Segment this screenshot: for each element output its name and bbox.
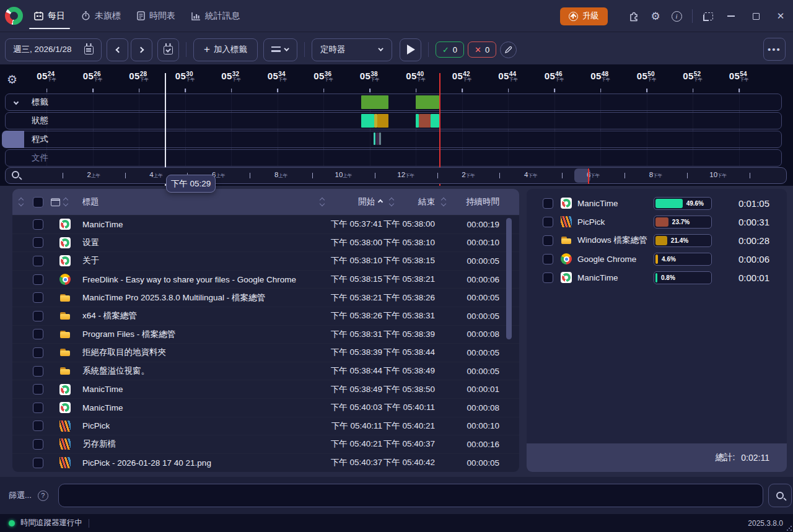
about-button[interactable]: i xyxy=(666,6,687,27)
row-checkbox[interactable] xyxy=(33,219,43,230)
tab-timesheet[interactable]: 時間表 xyxy=(137,0,175,32)
tab-unflagged[interactable]: 未旗標 xyxy=(81,0,121,32)
success-count-badge[interactable]: ✓ 0 xyxy=(436,41,464,58)
timeline-tick: 05 40下午 xyxy=(406,71,426,82)
activity-block[interactable] xyxy=(419,114,431,128)
activity-block[interactable] xyxy=(361,95,388,109)
sort-chevrons-icon[interactable] xyxy=(63,198,68,206)
timer-dropdown[interactable]: 定時器 xyxy=(312,38,392,61)
table-row[interactable]: 设置 下午 05:38:00 下午 05:38:10 00:00:10 xyxy=(12,233,519,252)
row-checkbox[interactable] xyxy=(33,439,43,450)
date-picker-button[interactable]: 週三, 2026/1/28 xyxy=(5,38,102,61)
tag-list-dropdown[interactable] xyxy=(263,38,297,61)
table-scrollbar[interactable] xyxy=(506,218,512,339)
timeline-lane[interactable]: 狀態 xyxy=(5,112,782,129)
row-checkbox[interactable] xyxy=(33,458,43,468)
tab-daily[interactable]: 每日 xyxy=(34,0,65,32)
filter-input[interactable] xyxy=(58,484,763,507)
row-checkbox[interactable] xyxy=(33,329,43,339)
summary-row[interactable]: ManicTime 49.6% 0:01:05 xyxy=(527,194,787,212)
filter-bar: 篩選... ? xyxy=(0,477,793,514)
table-row[interactable]: FreeDlink - Easy way to share your files… xyxy=(12,270,519,289)
screenshot-button[interactable] xyxy=(698,6,719,27)
plugins-button[interactable] xyxy=(624,6,645,27)
summary-row[interactable]: Windows 檔案總管 21.4% 0:00:28 xyxy=(527,231,787,250)
resize-grip[interactable] xyxy=(787,526,792,531)
sort-chevrons-icon[interactable] xyxy=(320,198,325,206)
row-checkbox[interactable] xyxy=(33,256,43,266)
table-row[interactable]: PicPick 下午 05:40:11 下午 05:40:21 00:00:10 xyxy=(12,417,519,435)
activity-block[interactable] xyxy=(361,114,374,128)
minimize-button[interactable] xyxy=(719,6,743,27)
column-header-duration[interactable]: 持續時間 xyxy=(466,196,499,207)
row-checkbox[interactable] xyxy=(543,198,553,209)
activity-block[interactable] xyxy=(431,114,439,128)
table-row[interactable]: 关于 下午 05:38:10 下午 05:38:15 00:00:05 xyxy=(12,251,519,270)
close-button[interactable]: ✕ xyxy=(768,6,793,27)
column-header-title[interactable]: 標題 xyxy=(82,196,99,207)
add-tag-button[interactable]: + 加入標籤 xyxy=(193,38,258,61)
more-options-button[interactable]: ••• xyxy=(763,38,786,61)
day-overview-bar[interactable]: 2上午4上午6上午8上午10上午12下午2下午4下午6下午8下午10下午 xyxy=(5,167,787,184)
select-all-checkbox[interactable] xyxy=(33,197,43,207)
row-checkbox[interactable] xyxy=(33,237,43,248)
row-checkbox[interactable] xyxy=(33,403,43,413)
timeline-lane[interactable]: 程式 xyxy=(5,131,782,148)
column-header-start[interactable]: 開始 xyxy=(358,196,382,207)
maximize-button[interactable] xyxy=(743,6,768,27)
summary-row[interactable]: PicPick 23.7% 0:00:31 xyxy=(527,212,787,231)
summary-row[interactable]: Google Chrome 4.6% 0:00:06 xyxy=(527,250,787,268)
activity-end: 下午 05:40:42 xyxy=(383,457,435,468)
row-checkbox[interactable] xyxy=(543,254,553,264)
table-row[interactable]: PicPick - 2026-01-28 17 40 21.png 下午 05:… xyxy=(12,453,519,472)
help-icon[interactable]: ? xyxy=(38,491,48,501)
table-row[interactable]: 系統盤溢位視窗。 下午 05:38:44 下午 05:38:49 00:00:0… xyxy=(12,362,519,380)
timeline-settings-gear-icon[interactable]: ⚙ xyxy=(7,72,17,87)
start-timer-button[interactable] xyxy=(400,38,421,61)
timeline-lane[interactable]: 文件 xyxy=(5,149,782,167)
today-button[interactable] xyxy=(157,38,179,61)
row-checkbox[interactable] xyxy=(33,274,43,285)
activity-block[interactable] xyxy=(374,133,375,145)
edit-button[interactable] xyxy=(500,41,517,58)
row-checkbox[interactable] xyxy=(33,366,43,377)
activity-duration: 00:00:08 xyxy=(467,329,499,339)
activity-title: ManicTime Pro 2025.3.8.0 Multilingual - … xyxy=(82,292,265,303)
row-checkbox[interactable] xyxy=(33,311,43,321)
table-row[interactable]: 另存新檔 下午 05:40:21 下午 05:40:37 00:00:16 xyxy=(12,435,519,453)
row-checkbox[interactable] xyxy=(33,421,43,431)
activity-duration: 00:00:05 xyxy=(467,348,499,357)
table-row[interactable]: ManicTime 下午 05:38:49 下午 05:38:50 00:00:… xyxy=(12,380,519,398)
next-day-button[interactable] xyxy=(131,38,152,61)
row-checkbox[interactable] xyxy=(543,273,553,283)
sort-chevrons-icon[interactable] xyxy=(19,198,24,206)
summary-row[interactable]: ManicTime 0.8% 0:00:01 xyxy=(527,268,787,287)
previous-day-button[interactable] xyxy=(107,38,128,61)
upgrade-button[interactable]: 升級 xyxy=(560,7,608,25)
search-button[interactable] xyxy=(768,484,792,507)
table-row[interactable]: ManicTime Pro 2025.3.8.0 Multilingual - … xyxy=(12,288,519,307)
activity-block[interactable] xyxy=(416,95,439,109)
tab-statistics[interactable]: 統計訊息 xyxy=(191,0,240,32)
table-row[interactable]: 拒絕存取目的地資料夾 下午 05:38:39 下午 05:38:44 00:00… xyxy=(12,343,519,362)
table-row[interactable]: x64 - 檔案總管 下午 05:38:26 下午 05:38:31 00:00… xyxy=(12,307,519,325)
sort-chevrons-icon[interactable] xyxy=(441,198,446,206)
activity-duration: 00:00:16 xyxy=(467,440,499,449)
activity-block[interactable] xyxy=(379,133,381,145)
settings-button[interactable]: ⚙ xyxy=(645,6,666,27)
fail-count-badge[interactable]: ✕ 0 xyxy=(468,41,496,58)
row-checkbox[interactable] xyxy=(33,347,43,358)
table-row[interactable]: ManicTime 下午 05:37:41 下午 05:38:00 00:00:… xyxy=(12,215,519,233)
row-checkbox[interactable] xyxy=(33,292,43,303)
column-header-end[interactable]: 結束 xyxy=(418,196,435,207)
main-tabs: 每日 未旗標 時間表 統計訊息 xyxy=(34,0,240,32)
activity-block[interactable] xyxy=(377,114,388,128)
row-checkbox[interactable] xyxy=(543,217,553,227)
row-checkbox[interactable] xyxy=(543,235,553,246)
timeline-lane[interactable]: 標籤 xyxy=(5,94,782,111)
chevron-down-icon[interactable] xyxy=(14,100,19,105)
table-row[interactable]: Program Files - 檔案總管 下午 05:38:31 下午 05:3… xyxy=(12,325,519,344)
sort-chevrons-icon[interactable] xyxy=(389,198,394,206)
row-checkbox[interactable] xyxy=(33,384,43,395)
table-row[interactable]: ManicTime 下午 05:40:03 下午 05:40:11 00:00:… xyxy=(12,398,519,417)
